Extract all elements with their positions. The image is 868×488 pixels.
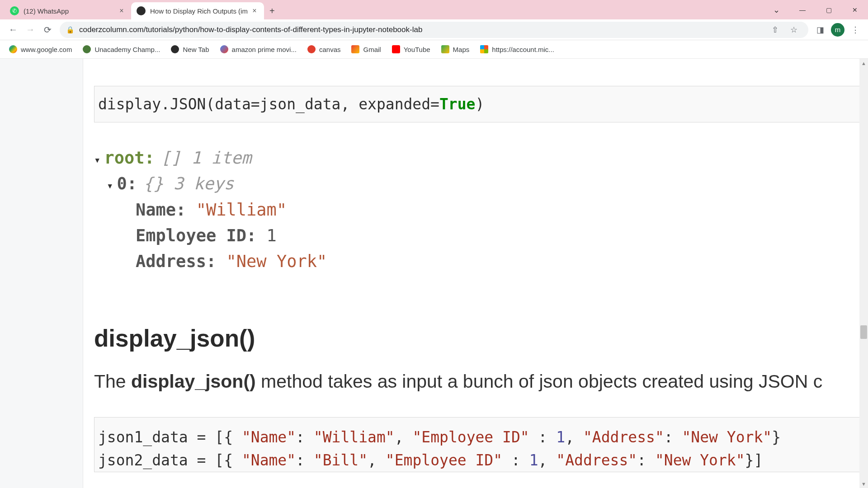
bookmark-microsoft[interactable]: https://account.mic... [476, 43, 558, 55]
code-text: , [368, 451, 386, 469]
article-body: display.JSON(data=json_data, expanded=Tr… [83, 59, 868, 488]
code-line: json1_data = [{ "Name": "William", "Empl… [98, 426, 864, 449]
google-icon [9, 45, 17, 53]
bookmark-gmail[interactable]: Gmail [348, 43, 384, 55]
code-text: : [664, 428, 682, 446]
address-bar[interactable]: 🔒 coderzcolumn.com/tutorials/python/how-… [60, 22, 808, 38]
close-icon[interactable]: × [118, 7, 126, 15]
tree-string-value: "New York" [226, 249, 327, 274]
code-string: "Employee ID" [386, 451, 502, 469]
bookmark-label: www.google.com [21, 46, 72, 53]
code-text: , [538, 451, 557, 469]
code-cell-2: json1_data = [{ "Name": "William", "Empl… [94, 417, 868, 472]
scroll-up-icon[interactable]: ▲ [859, 59, 868, 67]
url-text: coderzcolumn.com/tutorials/python/how-to… [79, 25, 422, 34]
tab-title: (12) WhatsApp [24, 7, 115, 15]
bookmark-youtube[interactable]: YouTube [388, 43, 434, 55]
code-text: ) [475, 95, 484, 113]
bookmark-label: canvas [319, 46, 341, 53]
share-icon[interactable]: ⇧ [767, 22, 783, 38]
bookmarks-bar: www.google.com Unacademy Champ... New Ta… [0, 40, 868, 59]
code-text: , [395, 428, 413, 446]
new-tab-button[interactable]: + [264, 2, 280, 19]
json-tree-output: ▾ root: [] 1 item ▾ 0: {} 3 keys Name: "… [94, 145, 868, 275]
tab-current[interactable]: How to Display Rich Outputs (im × [131, 2, 264, 19]
code-string: "William" [314, 428, 395, 446]
code-string: "Bill" [314, 451, 368, 469]
code-text: json2_data = [{ [98, 451, 242, 469]
caret-down-icon[interactable]: ▾ [94, 152, 100, 169]
profile-avatar[interactable]: m [831, 23, 844, 37]
minimize-button[interactable]: — [789, 0, 816, 19]
tree-field-row: Address: "New York" [94, 249, 868, 274]
page-content: display.JSON(data=json_data, expanded=Tr… [0, 59, 868, 488]
tree-root-row[interactable]: ▾ root: [] 1 item [94, 145, 868, 171]
tree-string-value: "William" [196, 197, 287, 223]
tab-whatsapp[interactable]: ✆ (12) WhatsApp × [5, 2, 131, 19]
tree-key: Address: [136, 249, 216, 274]
tree-field-row: Name: "William" [94, 197, 868, 223]
bookmark-label: YouTube [404, 46, 430, 53]
whatsapp-icon: ✆ [10, 6, 19, 15]
code-line: display.JSON(data=json_data, expanded=Tr… [98, 95, 484, 113]
bookmark-amazon[interactable]: amazon prime movi... [217, 43, 300, 55]
code-text: : [502, 451, 529, 469]
text-strong: display_json() [131, 371, 256, 392]
bookmark-label: Gmail [363, 46, 381, 53]
tree-key: Employee ID: [136, 223, 256, 249]
tree-index-row[interactable]: ▾ 0: {} 3 keys [94, 171, 868, 197]
vertical-scrollbar[interactable]: ▲ ▼ [859, 59, 868, 488]
code-number: 1 [556, 428, 565, 446]
tab-title: How to Display Rich Outputs (im [150, 7, 248, 15]
caret-down-icon[interactable]: ▾ [107, 178, 113, 194]
code-string: "Address" [556, 451, 637, 469]
tree-field-row: Employee ID: 1 [94, 223, 868, 249]
tab-search-button[interactable]: ⌄ [763, 0, 789, 19]
maps-icon [441, 45, 449, 53]
tree-key: 0: [117, 171, 137, 197]
side-panel-icon[interactable]: ◨ [812, 22, 828, 38]
scroll-thumb[interactable] [860, 325, 867, 339]
bookmark-maps[interactable]: Maps [438, 43, 473, 55]
code-line: json2_data = [{ "Name": "Bill", "Employe… [98, 449, 864, 472]
code-cell-1: display.JSON(data=json_data, expanded=Tr… [94, 86, 868, 122]
bookmark-google[interactable]: www.google.com [5, 43, 75, 55]
tree-number-value: 1 [267, 223, 277, 249]
youtube-icon [392, 45, 400, 53]
tree-key: Name: [136, 197, 186, 223]
avatar-letter: m [835, 26, 841, 33]
bookmark-star-icon[interactable]: ☆ [786, 22, 802, 38]
gmail-icon [351, 45, 359, 53]
code-text: display.JSON(data=json_data, expanded= [98, 95, 439, 113]
bookmark-label: New Tab [183, 46, 209, 53]
scroll-down-icon[interactable]: ▼ [859, 479, 868, 488]
unacademy-icon [83, 45, 91, 53]
reload-button[interactable]: ⟳ [39, 21, 56, 38]
code-string: "New York" [655, 451, 745, 469]
maximize-button[interactable]: ▢ [816, 0, 842, 19]
text: method takes as input a bunch of json ob… [256, 371, 822, 392]
microsoft-icon [480, 45, 488, 53]
back-button[interactable]: ← [5, 21, 22, 38]
address-bar-row: ← → ⟳ 🔒 coderzcolumn.com/tutorials/pytho… [0, 19, 868, 40]
tree-type: {} 3 keys [143, 171, 234, 197]
code-string: "Name" [242, 451, 296, 469]
lock-icon[interactable]: 🔒 [66, 26, 75, 34]
code-text: : [529, 428, 557, 446]
close-icon[interactable]: × [250, 7, 259, 15]
canvas-icon [307, 45, 316, 53]
menu-icon[interactable]: ⋮ [847, 22, 863, 38]
close-window-button[interactable]: ✕ [842, 0, 868, 19]
code-text: , [565, 428, 583, 446]
bookmark-unacademy[interactable]: Unacademy Champ... [79, 43, 164, 55]
code-text: : [296, 451, 314, 469]
tree-key: root: [104, 145, 154, 171]
code-text: : [296, 428, 314, 446]
code-text: : [637, 451, 655, 469]
code-text: json1_data = [{ [98, 428, 242, 446]
code-text: }] [745, 451, 763, 469]
forward-button[interactable]: → [22, 21, 39, 38]
bookmark-canvas[interactable]: canvas [304, 43, 344, 55]
bookmark-newtab[interactable]: New Tab [167, 43, 212, 55]
code-string: "New York" [682, 428, 772, 446]
